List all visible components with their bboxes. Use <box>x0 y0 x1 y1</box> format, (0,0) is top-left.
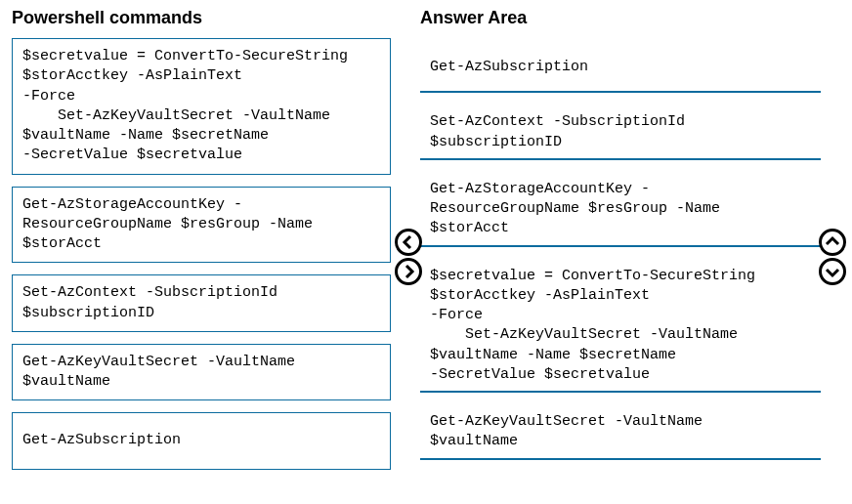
answer-text: $secretvalue = ConvertTo-SecureString $s… <box>430 267 811 386</box>
answer-text: Get-AzStorageAccountKey - ResourceGroupN… <box>430 180 811 239</box>
command-text: Get-AzKeyVaultSecret -VaultName $vaultNa… <box>22 353 380 393</box>
command-item[interactable]: Set-AzContext -SubscriptionId $subscript… <box>12 274 391 332</box>
left-title: Powershell commands <box>12 8 391 28</box>
chevron-up-icon <box>825 234 840 250</box>
command-text: Get-AzSubscription <box>22 431 380 450</box>
chevron-right-icon <box>401 264 416 279</box>
powershell-commands-column: Powershell commands $secretvalue = Conve… <box>12 8 391 482</box>
answer-slot[interactable]: Get-AzKeyVaultSecret -VaultName $vaultNa… <box>420 402 821 460</box>
move-right-button[interactable] <box>395 258 422 285</box>
answer-area-column: Answer Area Get-AzSubscription Set-AzCon… <box>420 8 821 470</box>
answer-text: Get-AzKeyVaultSecret -VaultName $vaultNa… <box>430 412 811 452</box>
command-item[interactable]: Get-AzSubscription <box>12 412 391 469</box>
answer-text: Set-AzContext -SubscriptionId $subscript… <box>430 112 811 152</box>
move-controls-vertical <box>819 229 846 285</box>
command-item[interactable]: $secretvalue = ConvertTo-SecureString $s… <box>12 38 391 175</box>
command-text: Get-AzStorageAccountKey - ResourceGroupN… <box>22 195 380 255</box>
command-item[interactable]: Get-AzStorageAccountKey - ResourceGroupN… <box>12 187 391 264</box>
move-left-button[interactable] <box>395 229 422 256</box>
move-up-button[interactable] <box>819 229 846 256</box>
answer-slot[interactable]: Get-AzSubscription <box>420 38 821 93</box>
command-text: $secretvalue = ConvertTo-SecureString $s… <box>22 47 380 166</box>
chevron-down-icon <box>825 264 840 279</box>
right-title: Answer Area <box>420 8 821 28</box>
answer-slot[interactable]: Get-AzStorageAccountKey - ResourceGroupN… <box>420 170 821 247</box>
move-down-button[interactable] <box>819 258 846 285</box>
command-text: Set-AzContext -SubscriptionId $subscript… <box>22 283 380 323</box>
answer-text: Get-AzSubscription <box>430 58 811 77</box>
chevron-left-icon <box>401 234 416 250</box>
move-controls-horizontal <box>395 229 422 285</box>
answer-slot[interactable]: $secretvalue = ConvertTo-SecureString $s… <box>420 257 821 394</box>
answer-slot[interactable]: Set-AzContext -SubscriptionId $subscript… <box>420 103 821 160</box>
command-item[interactable]: Get-AzKeyVaultSecret -VaultName $vaultNa… <box>12 344 391 401</box>
